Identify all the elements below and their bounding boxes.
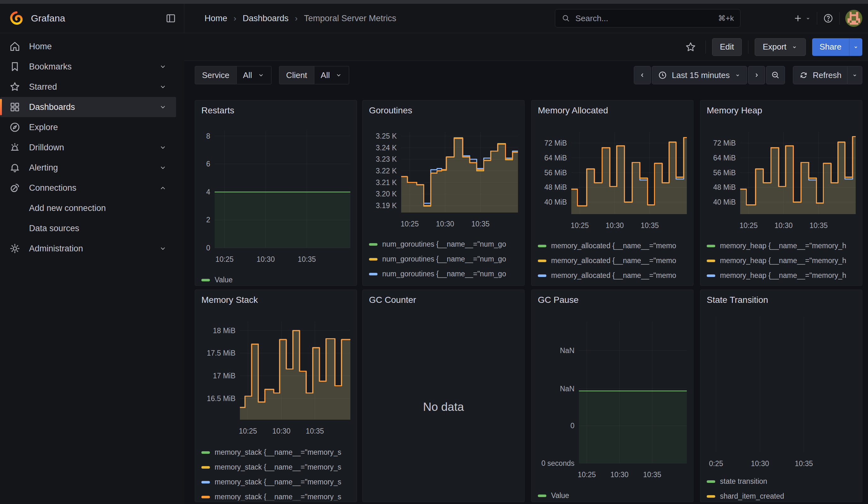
panel-gccounter: GC CounterNo data [362,290,525,502]
sidebar-item-alerting[interactable]: Alerting [0,157,176,178]
chart-area[interactable]: 8642010:2510:3010:35 [195,101,356,286]
time-forward-button[interactable] [748,66,765,84]
legend-item[interactable]: memory_heap {__name__="memory_h [707,238,858,253]
legend-item[interactable]: shard_item_created [707,489,858,501]
time-range-picker[interactable]: Last 15 minutes [652,66,747,84]
legend-item[interactable]: num_goroutines {__name__="num_go [369,237,520,252]
sidebar-item-bookmarks[interactable]: Bookmarks [0,56,176,77]
share-dropdown-button[interactable] [849,38,862,56]
legend-item[interactable]: memory_heap {__name__="memory_h [707,253,858,268]
legend-item[interactable]: Value [538,488,689,501]
svg-text:56 MiB: 56 MiB [713,169,736,177]
edit-button[interactable]: Edit [712,38,742,56]
legend-item[interactable]: memory_allocated {__name__="memo [538,238,689,253]
legend-series-dash [369,243,378,246]
legend-item[interactable]: memory_heap {__name__="memory_h [707,268,858,283]
legend-series-label[interactable]: shard_item_created [720,492,784,501]
sidebar-item-dashboards[interactable]: Dashboards [0,97,176,117]
chevron-down-icon[interactable] [158,143,167,152]
refresh-button[interactable]: Refresh [793,66,847,84]
svg-text:NaN: NaN [560,347,575,354]
chevron-down-icon[interactable] [158,244,167,253]
divider [748,40,748,54]
legend-item[interactable]: state transition [707,474,858,489]
legend-series-label[interactable]: Value [215,276,232,284]
variable-value-dropdown[interactable]: All [314,66,349,84]
grafana-logo[interactable] [9,11,24,26]
chevron-up-icon[interactable] [158,184,167,192]
legend-series-label[interactable]: memory_stack {__name__="memory_s [215,493,341,501]
legend-series-label[interactable]: memory_allocated {__name__="memo [551,256,676,265]
zoom-out-icon[interactable] [766,66,785,84]
legend-item[interactable]: memory_allocated {__name__="memo [538,283,689,284]
panel-title[interactable]: GC Counter [369,295,416,305]
legend-series-label[interactable]: memory_heap {__name__="memory_h [720,271,846,280]
legend-item[interactable]: memory_stack {__name__="memory_s [202,460,353,475]
legend-series-label[interactable]: num_goroutines {__name__="num_go [382,240,506,248]
legend-item[interactable]: memory_stack {__name__="memory_s [202,475,353,490]
legend-series-label[interactable]: memory_heap {__name__="memory_h [720,256,846,265]
share-button[interactable]: Share [812,38,849,56]
legend-series-label[interactable]: Value [551,491,569,500]
sidebar-item-administration[interactable]: Administration [0,238,176,259]
legend-series-label[interactable]: memory_stack {__name__="memory_s [215,463,341,472]
breadcrumb-home[interactable]: Home [205,13,227,23]
svg-text:64 MiB: 64 MiB [713,154,736,162]
chart-area[interactable]: NaNNaN00 seconds10:2510:3010:35 [531,290,693,502]
sidebar-item-explore[interactable]: Explore [0,117,176,137]
legend-item[interactable]: memory_allocated {__name__="memo [538,268,689,283]
variable-label: Client [279,66,314,84]
avatar[interactable] [845,10,862,27]
help-icon[interactable] [823,13,834,24]
legend-series-label[interactable]: num_goroutines {__name__="num_go [382,255,506,263]
svg-text:64 MiB: 64 MiB [544,154,567,162]
legend-series-label[interactable]: memory_stack {__name__="memory_s [215,448,341,457]
favorite-star-button[interactable] [682,38,699,56]
legend-series-label[interactable]: num_goroutines {__name__="num_go [382,270,506,278]
legend-series-label[interactable]: state transition [720,477,767,486]
time-back-button[interactable] [634,66,651,84]
sidebar-item-drilldown[interactable]: Drilldown [0,137,176,157]
svg-text:18 MiB: 18 MiB [213,327,236,335]
search-input[interactable]: Search... ⌘+k [555,9,741,28]
legend-item[interactable]: num_goroutines {__name__="num_go [369,252,520,267]
search-icon [561,14,570,23]
window-top-strip [0,0,868,4]
variable-value-dropdown[interactable]: All [237,66,271,84]
legend-item[interactable]: memory_allocated {__name__="memo [538,253,689,268]
variable-picker-service: ServiceAll [195,66,271,84]
sidebar-item-home[interactable]: Home [0,36,176,56]
legend-item[interactable]: memory_heap {__name__="memory_h [707,283,858,284]
add-button[interactable] [793,13,811,23]
chevron-down-icon[interactable] [158,103,167,112]
legend-series-label[interactable]: memory_stack {__name__="memory_s [215,478,341,486]
svg-text:0:25: 0:25 [709,460,723,468]
legend-item[interactable]: Value [202,272,353,284]
legend-series-dash [202,496,210,498]
sidebar-item-add-new-connection[interactable]: Add new connection [0,198,176,218]
legend-item[interactable]: memory_stack {__name__="memory_s [202,445,353,460]
legend-series-label[interactable]: memory_allocated {__name__="memo [551,241,676,250]
sidebar-item-data-sources[interactable]: Data sources [0,218,176,238]
legend-item[interactable]: memory_stack {__name__="memory_s [202,490,353,501]
sidebar-item-connections[interactable]: Connections [0,178,176,198]
chevron-down-icon[interactable] [158,62,167,71]
legend-series-label[interactable]: memory_allocated {__name__="memo [551,271,676,280]
panel-legend: memory_heap {__name__="memory_hmemory_he… [707,238,858,284]
breadcrumb-dashboards[interactable]: Dashboards [243,13,289,23]
legend-item[interactable]: num_goroutines {__name__="num_go [369,267,520,281]
chart-area[interactable]: 0:2510:3010:35 [700,290,862,502]
sidebar-item-starred[interactable]: Starred [0,77,176,97]
legend-series-dash [538,245,546,247]
chevron-down-icon[interactable] [158,82,167,91]
legend-series-dash [202,481,210,483]
sidebar-item-label: Drilldown [29,143,64,153]
svg-text:10:35: 10:35 [641,222,659,229]
legend-series-label[interactable]: memory_heap {__name__="memory_h [720,241,846,250]
chevron-down-icon[interactable] [158,163,167,172]
export-button[interactable]: Export [755,38,806,56]
legend-item[interactable]: num_goroutines {__name__="num_go [369,281,520,284]
refresh-interval-dropdown[interactable] [847,66,862,84]
divider [839,12,840,25]
sidebar-toggle-icon[interactable] [165,13,176,24]
